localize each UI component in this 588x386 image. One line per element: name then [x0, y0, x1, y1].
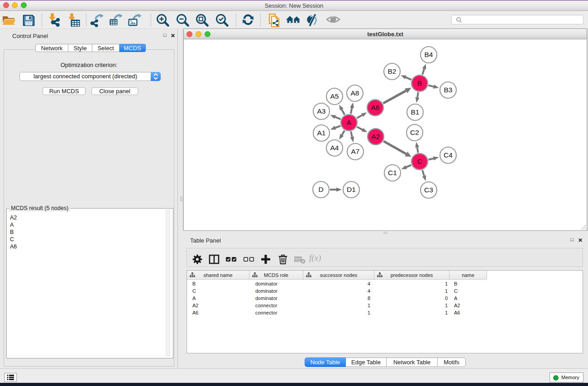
svg-text:D: D	[318, 186, 323, 193]
svg-text:C1: C1	[388, 169, 397, 176]
svg-text:A4: A4	[330, 144, 339, 152]
svg-text:A6: A6	[371, 104, 380, 111]
svg-text:A1: A1	[317, 129, 326, 137]
svg-text:C: C	[417, 157, 422, 165]
svg-text:B4: B4	[425, 51, 433, 58]
svg-text:D1: D1	[347, 186, 356, 193]
svg-text:B: B	[417, 79, 422, 87]
svg-text:C3: C3	[424, 186, 433, 194]
svg-text:A2: A2	[372, 133, 380, 140]
svg-text:B1: B1	[411, 108, 420, 116]
svg-text:A3: A3	[317, 107, 326, 115]
svg-text:C2: C2	[410, 129, 419, 136]
svg-text:A7: A7	[351, 148, 360, 155]
svg-text:B3: B3	[444, 86, 453, 94]
svg-text:A8: A8	[351, 89, 359, 97]
svg-text:A5: A5	[330, 92, 339, 100]
svg-text:A: A	[347, 119, 352, 126]
svg-text:B2: B2	[388, 67, 397, 75]
svg-text:C4: C4	[444, 151, 453, 159]
